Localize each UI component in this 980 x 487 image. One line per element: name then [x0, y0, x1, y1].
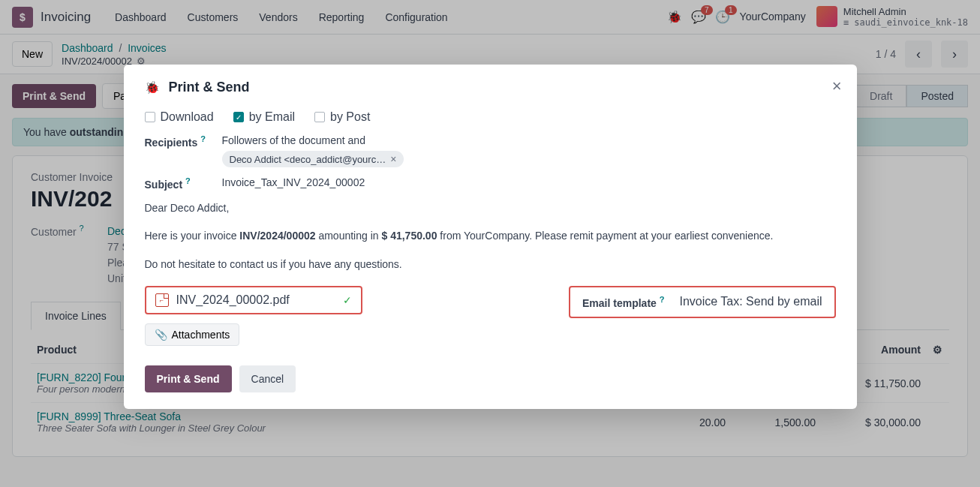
print-send-dialog: 🐞 Print & Send × Download ✓ by Email by …	[124, 65, 857, 409]
check-icon: ✓	[343, 294, 352, 306]
attachment-name: INV_2024_00002.pdf	[176, 293, 290, 307]
modal-overlay: 🐞 Print & Send × Download ✓ by Email by …	[0, 0, 980, 487]
email-body[interactable]: Dear Deco Addict, Here is your invoice I…	[145, 200, 836, 274]
attachment-file[interactable]: ⌐ INV_2024_00002.pdf ✓	[145, 286, 362, 314]
post-checkbox[interactable]	[314, 112, 325, 122]
bug-icon[interactable]: 🐞	[145, 80, 160, 95]
remove-recipient-icon[interactable]: ×	[390, 153, 396, 165]
close-icon[interactable]: ×	[832, 77, 842, 96]
subject-label: Subject ?	[145, 176, 216, 191]
email-option[interactable]: ✓ by Email	[233, 110, 295, 124]
attachments-button[interactable]: 📎 Attachments	[145, 323, 240, 346]
download-checkbox[interactable]	[145, 112, 155, 122]
modal-title: Print & Send	[169, 80, 250, 95]
paperclip-icon: 📎	[155, 329, 167, 341]
email-checkbox[interactable]: ✓	[233, 112, 244, 122]
send-options: Download ✓ by Email by Post	[145, 110, 836, 124]
pdf-icon: ⌐	[155, 293, 169, 307]
modal-cancel-button[interactable]: Cancel	[239, 365, 296, 392]
subject-input[interactable]: Invoice_Tax_INV_2024_00002	[222, 176, 836, 188]
email-template-value: Invoice Tax: Send by email	[679, 295, 822, 308]
recipients-label: Recipients ?	[145, 134, 216, 149]
recipient-tag[interactable]: Deco Addict <deco_addict@yourc… ×	[222, 151, 404, 167]
email-template-field[interactable]: Email template ? Invoice Tax: Send by em…	[569, 286, 835, 318]
download-option[interactable]: Download	[145, 110, 214, 124]
post-option[interactable]: by Post	[314, 110, 370, 124]
modal-print-send-button[interactable]: Print & Send	[145, 365, 232, 392]
